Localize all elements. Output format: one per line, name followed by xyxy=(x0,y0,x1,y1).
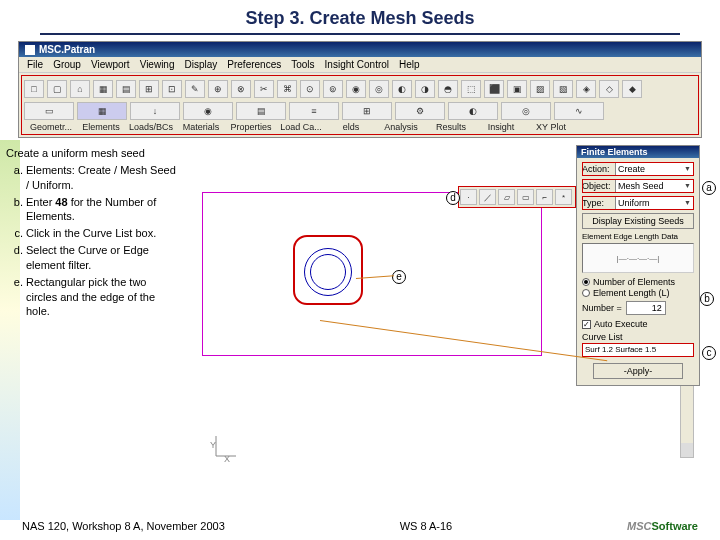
tab-label: Loads/BCs xyxy=(126,122,176,132)
tool-btn[interactable]: ⊙ xyxy=(300,80,320,98)
filter-surface-icon[interactable]: ▱ xyxy=(498,189,515,205)
callout-c: c xyxy=(702,346,716,360)
tool-btn[interactable]: ⊡ xyxy=(162,80,182,98)
menu-group[interactable]: Group xyxy=(53,59,81,70)
curve-list-label: Curve List xyxy=(582,332,694,342)
menubar: File Group Viewport Viewing Display Pref… xyxy=(19,57,701,73)
number-label: Number = xyxy=(582,303,622,313)
tool-btn[interactable]: ▢ xyxy=(47,80,67,98)
footer-center: WS 8 A-16 xyxy=(400,520,453,532)
number-input[interactable]: 12 xyxy=(626,301,666,315)
tool-btn[interactable]: ◈ xyxy=(576,80,596,98)
tool-btn[interactable]: ▣ xyxy=(507,80,527,98)
callout-d: d xyxy=(446,191,460,205)
menu-file[interactable]: File xyxy=(27,59,43,70)
type-row: Type: Uniform▼ xyxy=(582,196,694,210)
tab-loads[interactable]: ↓ xyxy=(130,102,180,120)
tool-btn[interactable]: ◉ xyxy=(346,80,366,98)
axis-triad: Y X xyxy=(212,430,242,462)
instructions-lead: Create a uniform mesh seed xyxy=(6,146,176,161)
tab-label: Properties xyxy=(226,122,276,132)
tool-btn[interactable]: □ xyxy=(24,80,44,98)
instruction-a: Elements: Create / Mesh Seed / Uniform. xyxy=(26,163,176,193)
menu-display[interactable]: Display xyxy=(185,59,218,70)
object-select[interactable]: Mesh Seed▼ xyxy=(615,179,694,193)
tab-label: XY Plot xyxy=(526,122,576,132)
menu-help[interactable]: Help xyxy=(399,59,420,70)
object-row: Object: Mesh Seed▼ xyxy=(582,179,694,193)
filter-solid-icon[interactable]: ▭ xyxy=(517,189,534,205)
type-label: Type: xyxy=(582,198,612,208)
fe-panel: Finite Elements Action: Create▼ Object: … xyxy=(576,145,700,386)
tool-btn[interactable]: ⊚ xyxy=(323,80,343,98)
tab-label: Geometr... xyxy=(26,122,76,132)
tool-btn[interactable]: ⊞ xyxy=(139,80,159,98)
action-label: Action: xyxy=(582,164,612,174)
tool-btn[interactable]: ⬛ xyxy=(484,80,504,98)
seed-diagram: |—·—·—·—| xyxy=(582,243,694,273)
axis-y-label: Y xyxy=(210,440,216,450)
tab-analysis[interactable]: ⚙ xyxy=(395,102,445,120)
footer-left: NAS 120, Workshop 8 A, November 2003 xyxy=(22,520,225,532)
tool-btn[interactable]: ◇ xyxy=(599,80,619,98)
tool-btn[interactable]: ◆ xyxy=(622,80,642,98)
tool-btn[interactable]: ◐ xyxy=(392,80,412,98)
tool-btn[interactable]: ✂ xyxy=(254,80,274,98)
tab-geometry[interactable]: ▭ xyxy=(24,102,74,120)
tool-btn[interactable]: ▧ xyxy=(553,80,573,98)
instruction-e: Rectangular pick the two circles and the… xyxy=(26,275,176,320)
msc-logo: MSCSoftware xyxy=(627,520,698,532)
tab-fields[interactable]: ⊞ xyxy=(342,102,392,120)
model-viewport[interactable] xyxy=(202,192,542,356)
tool-btn[interactable]: ⌘ xyxy=(277,80,297,98)
tab-properties[interactable]: ▤ xyxy=(236,102,286,120)
radio-number-row[interactable]: Number of Elements xyxy=(582,277,694,287)
tab-insight[interactable]: ◎ xyxy=(501,102,551,120)
curve-list-input[interactable]: Surf 1.2 Surface 1.5 xyxy=(582,343,694,357)
tab-elements[interactable]: ▦ xyxy=(77,102,127,120)
filter-any-icon[interactable]: * xyxy=(555,189,572,205)
action-select[interactable]: Create▼ xyxy=(615,162,694,176)
app-titlebar: MSC.Patran xyxy=(19,42,701,57)
apply-button[interactable]: -Apply- xyxy=(593,363,683,379)
instructions: Create a uniform mesh seed Elements: Cre… xyxy=(4,146,176,470)
radio-off-icon xyxy=(582,289,590,297)
tool-btn[interactable]: ▦ xyxy=(93,80,113,98)
radio-on-icon xyxy=(582,278,590,286)
tool-btn[interactable]: ⊗ xyxy=(231,80,251,98)
tab-label: elds xyxy=(326,122,376,132)
auto-execute-row[interactable]: ✓ Auto Execute xyxy=(582,319,694,329)
filter-curve-icon[interactable]: ／ xyxy=(479,189,496,205)
display-seeds-button[interactable]: Display Existing Seeds xyxy=(582,213,694,229)
tool-btn[interactable]: ▤ xyxy=(116,80,136,98)
type-select[interactable]: Uniform▼ xyxy=(615,196,694,210)
menu-viewport[interactable]: Viewport xyxy=(91,59,130,70)
tool-btn[interactable]: ⊕ xyxy=(208,80,228,98)
menu-preferences[interactable]: Preferences xyxy=(227,59,281,70)
callout-e: e xyxy=(392,270,406,284)
menu-insight[interactable]: Insight Control xyxy=(325,59,389,70)
number-row: Number = 12 xyxy=(582,301,694,315)
tool-btn[interactable]: ◑ xyxy=(415,80,435,98)
tab-results[interactable]: ◐ xyxy=(448,102,498,120)
tab-label: Insight xyxy=(476,122,526,132)
callout-b: b xyxy=(700,292,714,306)
filter-edge-icon[interactable]: ⌐ xyxy=(536,189,553,205)
tool-btn[interactable]: ⌂ xyxy=(70,80,90,98)
slide-footer: NAS 120, Workshop 8 A, November 2003 WS … xyxy=(0,520,720,532)
tab-xyplot[interactable]: ∿ xyxy=(554,102,604,120)
callout-a: a xyxy=(702,181,716,195)
menu-tools[interactable]: Tools xyxy=(291,59,314,70)
tool-btn[interactable]: ◓ xyxy=(438,80,458,98)
tool-btn[interactable]: ✎ xyxy=(185,80,205,98)
title-underline xyxy=(40,33,680,35)
tab-materials[interactable]: ◉ xyxy=(183,102,233,120)
tool-btn[interactable]: ▨ xyxy=(530,80,550,98)
tool-btn[interactable]: ◎ xyxy=(369,80,389,98)
tab-loadcases[interactable]: ≡ xyxy=(289,102,339,120)
menu-viewing[interactable]: Viewing xyxy=(140,59,175,70)
radio-length-row[interactable]: Element Length (L) xyxy=(582,288,694,298)
seed-header: Element Edge Length Data xyxy=(582,232,694,241)
filter-point-icon[interactable]: · xyxy=(460,189,477,205)
tool-btn[interactable]: ⬚ xyxy=(461,80,481,98)
